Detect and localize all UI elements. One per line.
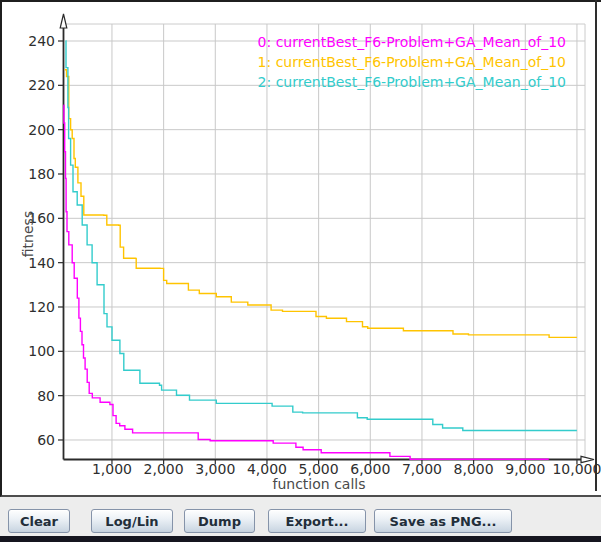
legend-entry: 2: currentBest_F6-Problem+GA_Mean_of_10 [258, 74, 566, 90]
y-tick-label: 180 [28, 166, 55, 182]
y-tick-label: 60 [37, 432, 55, 448]
x-tick-label: 1,000 [92, 461, 132, 477]
window-right-edge [595, 0, 597, 491]
y-tick-label: 120 [28, 299, 55, 315]
export-button[interactable]: Export... [268, 509, 366, 533]
y-axis-arrow-icon [60, 14, 67, 28]
y-tick-label: 200 [28, 122, 55, 138]
x-tick-label: 9,000 [505, 461, 545, 477]
dump-button[interactable]: Dump [184, 509, 255, 533]
series-line-0 [63, 105, 548, 459]
x-tick-label: 4,000 [247, 461, 287, 477]
plot-window: 24022020018016014012010080601,0002,0003,… [0, 0, 601, 542]
legend-entry: 0: currentBest_F6-Problem+GA_Mean_of_10 [258, 34, 566, 50]
y-tick-label: 100 [28, 343, 55, 359]
series-line-1 [65, 70, 577, 338]
x-tick-label: 8,000 [454, 461, 494, 477]
fitness-chart-canvas[interactable]: 24022020018016014012010080601,0002,0003,… [2, 2, 601, 497]
y-tick-label: 240 [28, 33, 55, 49]
window-bottom-edge [0, 536, 601, 542]
x-axis-title: function calls [273, 476, 366, 492]
y-axis-title: fitness [20, 211, 36, 257]
y-tick-label: 80 [37, 388, 55, 404]
x-tick-label: 3,000 [195, 461, 235, 477]
chart-panel: 24022020018016014012010080601,0002,0003,… [0, 0, 601, 497]
clear-button[interactable]: Clear [8, 509, 70, 533]
save-as-png-button[interactable]: Save as PNG... [374, 509, 512, 533]
x-tick-label: 10,000 [552, 461, 601, 477]
log-lin-button[interactable]: Log/Lin [91, 509, 173, 533]
y-tick-label: 220 [28, 77, 55, 93]
x-tick-label: 6,000 [350, 461, 390, 477]
series-line-2 [66, 41, 577, 431]
button-panel: Clear Log/Lin Dump Export... Save as PNG… [0, 497, 601, 536]
x-tick-label: 2,000 [144, 461, 184, 477]
x-tick-label: 7,000 [402, 461, 442, 477]
legend-entry: 1: currentBest_F6-Problem+GA_Mean_of_10 [258, 54, 566, 70]
x-tick-label: 5,000 [299, 461, 339, 477]
